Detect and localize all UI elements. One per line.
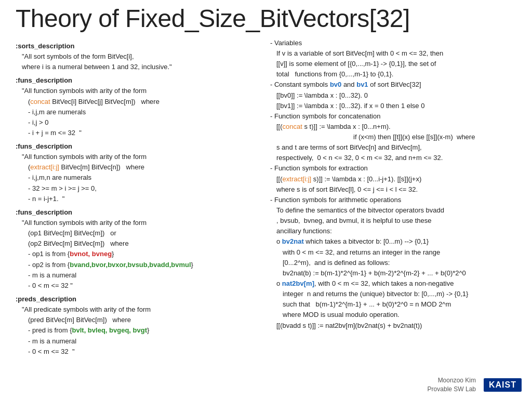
kaist-logo: KAIST	[484, 378, 522, 392]
funs-description-header2: :funs_description	[16, 141, 260, 152]
preds-description-header: :preds_description	[16, 294, 260, 304]
funs-m-numeral: - m is a numeral	[28, 270, 260, 281]
funs-ij-numerals: - i,j,m are numerals	[28, 107, 260, 117]
bvand-etc-highlight: bvand,bvor,bvxor,bvsub,bvadd,bvmul	[70, 261, 191, 269]
funs-32-constraint: - 32 >= m > i >= j >= 0,	[28, 183, 260, 194]
preds-m-numeral: - m is a numeral	[28, 336, 260, 347]
page-title: Theory of Fixed_Size_BitVectors[32]	[16, 5, 516, 33]
sorts-description-header: :sorts_description	[16, 41, 260, 51]
bv2nat-highlight: bv2nat	[282, 237, 304, 245]
funs-extract-line: (extract[i:j] BitVec[m] BitVec[n]) where	[28, 162, 260, 172]
extract-where: where s is of sort BitVec[l], 0 <= j <= …	[276, 184, 516, 195]
nat2bv-desc1: integer n and returns the (unique) bitve…	[283, 289, 516, 299]
bv2nat-range2: [0...2^m), and is defined as follows:	[283, 258, 516, 268]
nat2bv-mod: where MOD is usual modulo operation.	[283, 310, 516, 320]
bv2nat-formula: bv2nat(b) := b(m-1)*2^{m-1} + b(m-2)*2^{…	[283, 268, 516, 278]
footer: Moonzoo Kim Provable SW Lab KAIST	[428, 376, 522, 394]
bv1-def: [[bv1]] := \lambda x : [0...32). if x = …	[276, 101, 516, 111]
nat2bv-desc2: such that b(m-1)*2^{m-1} + ... + b(0)*2^…	[283, 299, 516, 310]
bvlt-etc-highlight: bvlt, bvleq, bvgeq, bvgt	[72, 326, 147, 334]
extract-def-highlight: extract[i:j]	[283, 175, 312, 183]
lab-name: Provable SW Lab	[428, 385, 476, 393]
funs-op1-line: (op1 BitVec[m] BitVec[m]) or	[28, 228, 260, 238]
sorts-line1: "All sort symbols of the form BitVec[i],	[22, 51, 260, 62]
sorts-line2: where i is a numeral between 1 and 32, i…	[22, 62, 260, 72]
funs-op1-from: - op1 is from {bvnot, bvneg}	[28, 249, 260, 259]
funs-op-intro: "All function symbols with arity of the …	[22, 218, 260, 228]
funs-op2-from: - op2 is from {bvand,bvor,bvxor,bvsub,bv…	[28, 260, 260, 270]
bvnot-bvneg-highlight: bvnot, bvneg	[70, 250, 112, 258]
constant-header: - Constant symbols bv0 and bv1 of sort B…	[270, 79, 516, 90]
variables-header: - Variables	[270, 38, 516, 48]
bv1-highlight: bv1	[356, 81, 368, 88]
bv2nat-range: with 0 < m <= 32, and returns an integer…	[283, 247, 516, 258]
funs-op2-line: (op2 BitVec[m] BitVec[m]) where	[28, 238, 260, 249]
arith-func-header: - Function symbols for arithmetic operat…	[270, 195, 516, 205]
nat2bv-highlight: nat2bv[m]	[282, 280, 314, 287]
bv0-def: [[bv0]] := \lambda x : [0...32). 0	[276, 90, 516, 101]
arith-line2: , bvsub, bvneg, and bvmul, it is helpful…	[276, 216, 516, 226]
funs-ij-gt0: - i,j > 0	[28, 117, 260, 128]
funs-description-header3: :funs_description	[16, 207, 260, 218]
concat-def-line: [[(concat s t)]] := \lambda x : [0...n+m…	[276, 122, 516, 132]
left-column: :sorts_description "All sort symbols of …	[16, 38, 265, 357]
preds-form: (pred BitVec[m] BitVec[m]) where	[28, 315, 260, 325]
var-line1: If v is a variable of sort BitVec[m] wit…	[276, 48, 516, 59]
preds-intro: "All predicate symbols with arity of the…	[22, 304, 260, 315]
nat2bv-line: o nat2bv[m], with 0 < m <= 32, which tak…	[276, 278, 516, 289]
extract-func-header: - Function symbols for extraction	[270, 163, 516, 174]
concat-def-highlight: concat	[283, 123, 302, 130]
right-column: - Variables If v is a variable of sort B…	[265, 38, 516, 357]
var-line3: total functions from {0,...,m-1} to {0,1…	[276, 69, 516, 79]
preds-pred-from: - pred is from {bvlt, bvleq, bvgeq, bvgt…	[28, 325, 260, 336]
funs-n-constraint: - n = i-j+1. "	[28, 194, 260, 204]
concat-highlight: concat	[30, 98, 50, 105]
funs-0-m-32: - 0 < m <= 32 "	[28, 281, 260, 291]
author-name: Moonzoo Kim	[438, 377, 476, 384]
arith-line1: To define the semantics of the bitvector…	[276, 205, 516, 216]
extract-highlight: extract[i:j]	[30, 163, 59, 171]
concat-if-line: if (x<m) then [[t]](x) else [[s]](x-m) w…	[353, 132, 516, 142]
funs-concat-line: (concat BitVec[i] BitVec[j] BitVec[m]) w…	[28, 97, 260, 107]
extract-def-line: [[(extract[i:j] s)]] := \lambda x : [0..…	[276, 174, 516, 184]
bvadd-def: [[(bvadd s t)]] := nat2bv[m](bv2nat(s) +…	[276, 321, 516, 331]
funs-extract-intro: "All function symbols with arity of the …	[22, 152, 260, 162]
funs-sum-constraint: - i + j = m <= 32 "	[28, 128, 260, 138]
var-line2: [[v]] is some element of [{0,...,m-1} ->…	[276, 59, 516, 69]
funs-line1: "All function symbols with arity of the …	[22, 86, 260, 96]
funs-description-header1: :funs_description	[16, 75, 260, 86]
preds-0-m-32: - 0 < m <= 32 "	[28, 347, 260, 357]
footer-text: Moonzoo Kim Provable SW Lab	[428, 376, 476, 394]
concat-func-header: - Function symbols for concatenation	[270, 111, 516, 122]
bv0-highlight: bv0	[330, 81, 341, 88]
funs-ijmn-numerals: - i,j,m,n are numerals	[28, 172, 260, 183]
concat-constraint: respectively, 0 < n <= 32, 0 < m <= 32, …	[276, 153, 516, 163]
bv2nat-line: o bv2nat which takes a bitvector b: [0..…	[276, 236, 516, 247]
content-area: :sorts_description "All sort symbols of …	[16, 38, 516, 357]
arith-line3: ancillary functions:	[276, 226, 516, 236]
concat-terms: s and t are terms of sort BitVec[n] and …	[276, 142, 516, 153]
